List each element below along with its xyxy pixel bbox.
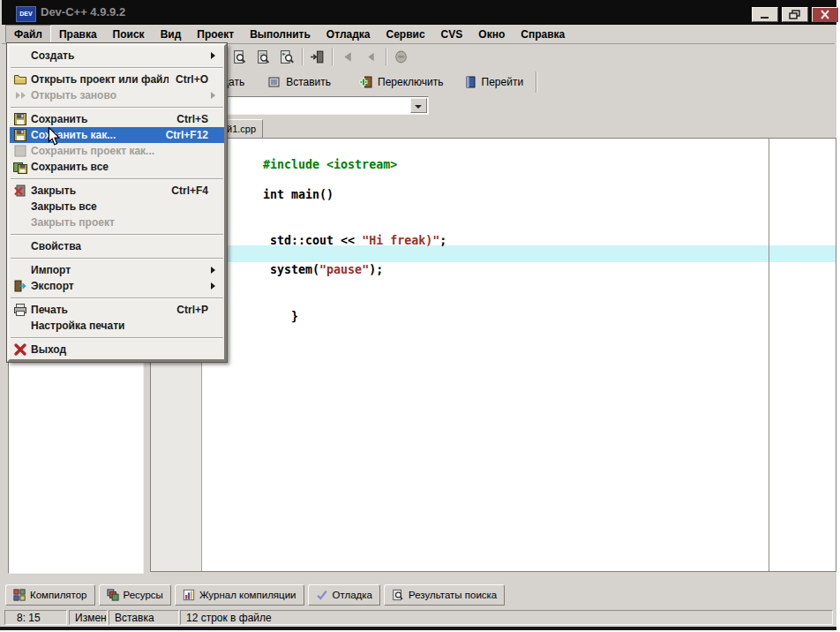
tab-compiler[interactable]: Компилятор	[5, 584, 95, 606]
tab-debug-label: Отладка	[333, 590, 372, 600]
menu-item-exit[interactable]: Выход	[10, 342, 224, 357]
forward-button[interactable]	[359, 47, 383, 67]
find-in-files-button[interactable]	[251, 47, 275, 67]
tab-debug[interactable]: Отладка	[308, 584, 380, 606]
toolbar-edge	[536, 71, 536, 93]
insert-bookmark-label: Вставить	[286, 76, 331, 88]
minimize-icon	[754, 9, 776, 20]
toggle-bookmark-button[interactable]: Переключить	[352, 72, 450, 92]
toolbar-separator	[386, 48, 386, 65]
replace-icon	[280, 49, 295, 64]
close-button[interactable]	[812, 7, 838, 22]
insert-bookmark-button[interactable]: Вставить	[260, 72, 338, 92]
compile-log-icon	[183, 589, 195, 601]
open-icon	[10, 72, 31, 87]
menu-cvs[interactable]: CVS	[433, 25, 471, 43]
forward-icon	[364, 49, 379, 64]
menu-item-close[interactable]: Закрыть Ctrl+F4	[10, 183, 224, 199]
menu-item-import[interactable]: Импорт	[10, 262, 224, 278]
tab-resources-label: Ресурсы	[124, 590, 163, 600]
menu-item-print-setup[interactable]: Настройка печати	[10, 318, 224, 334]
code-editor[interactable]: #include <iostream> int main() std::cout…	[150, 138, 836, 572]
find-icon	[232, 49, 247, 64]
menu-item-export[interactable]: Экспорт	[10, 278, 224, 294]
bookmark-toolbar: дать Вставить	[222, 71, 536, 94]
document-tab-label: й1.cpp	[227, 124, 256, 134]
save-as-icon	[10, 128, 31, 142]
menu-item-reopen[interactable]: Открыть заново	[10, 87, 224, 103]
class-browser-combobox[interactable]	[206, 96, 429, 115]
report-tabs: Компилятор Ресурсы	[5, 584, 505, 606]
back-icon	[340, 49, 355, 64]
close-icon	[814, 9, 836, 20]
menu-item-save-as[interactable]: Сохранить как... Ctrl+F12	[10, 127, 224, 143]
restore-button[interactable]	[782, 7, 808, 22]
tab-compile-log[interactable]: Журнал компиляции	[175, 584, 304, 606]
tab-compiler-label: Компилятор	[30, 590, 87, 600]
window-title: Dev-C++ 4.9.9.2	[41, 5, 125, 19]
menu-help[interactable]: Справка	[513, 25, 573, 43]
save-icon	[10, 112, 31, 126]
status-file-info: 12 строк в файле	[180, 610, 833, 625]
combobox-dropdown-button[interactable]	[410, 98, 427, 113]
menu-tools[interactable]: Сервис	[379, 25, 433, 43]
menu-separator	[10, 103, 224, 111]
titlebar[interactable]: DEV Dev-C++ 4.9.9.2	[2, 0, 836, 25]
tab-search-results[interactable]: Результаты поиска	[384, 584, 505, 606]
goto-bookmark-button[interactable]: Перейти	[456, 72, 531, 92]
menu-edit[interactable]: Правка	[51, 25, 105, 43]
menu-item-close-project[interactable]: Закрыть проект	[10, 214, 224, 230]
menu-separator	[10, 254, 224, 262]
menu-item-print[interactable]: Печать Ctrl+P	[10, 302, 224, 318]
abort-icon	[394, 49, 409, 64]
menu-item-properties[interactable]: Свойства	[10, 238, 224, 254]
menu-window[interactable]: Окно	[470, 25, 513, 43]
menu-item-close-all[interactable]: Закрыть все	[10, 199, 224, 214]
search-toolbar	[228, 46, 413, 67]
goto-bookmark-label: Перейти	[482, 76, 524, 88]
compiler-icon	[13, 589, 26, 601]
menu-project[interactable]: Проект	[189, 25, 242, 43]
menu-search[interactable]: Поиск	[105, 25, 153, 43]
menu-execute[interactable]: Выполнить	[242, 25, 319, 43]
toggle-icon	[359, 75, 373, 89]
menu-item-new[interactable]: Создать	[10, 48, 224, 64]
resources-icon	[107, 589, 119, 601]
menu-file[interactable]: Файл	[5, 25, 51, 43]
statusbar: 8: 15 Изменен Вставка 12 строк в файле	[0, 609, 836, 627]
close-file-icon	[10, 184, 31, 198]
combobox-input[interactable]	[209, 98, 410, 113]
find-button[interactable]	[228, 47, 251, 67]
menu-separator	[10, 294, 224, 302]
menu-item-open[interactable]: Открыть проект или файл... Ctrl+O	[10, 71, 224, 87]
app-icon: DEV	[16, 6, 36, 22]
replace-button[interactable]	[275, 47, 299, 67]
tab-resources[interactable]: Ресурсы	[99, 584, 171, 606]
code-line: system("pause");	[206, 247, 383, 292]
goto-line-button[interactable]	[305, 47, 329, 67]
chevron-down-icon	[415, 105, 422, 112]
menu-item-save-project-as[interactable]: Сохранить проект как...	[10, 143, 224, 159]
export-icon	[10, 279, 31, 293]
reopen-icon	[10, 88, 31, 102]
print-icon	[10, 303, 31, 317]
goto-line-icon	[310, 49, 325, 64]
menu-view[interactable]: Вид	[153, 25, 190, 43]
save-project-icon	[10, 144, 31, 158]
menu-item-save[interactable]: Сохранить Ctrl+S	[10, 111, 224, 127]
abort-button[interactable]	[389, 47, 413, 67]
save-all-icon	[10, 160, 31, 174]
toolbar-separator	[332, 48, 333, 65]
tab-compile-log-label: Журнал компиляции	[199, 590, 296, 600]
debug-check-icon	[316, 589, 328, 601]
back-button[interactable]	[335, 47, 359, 67]
submenu-arrow-icon	[211, 52, 219, 59]
find-in-files-icon	[256, 49, 271, 64]
file-menu-popup: Создать Открыть проект или файл... Ctrl+…	[7, 43, 227, 362]
menu-item-save-all[interactable]: Сохранить все	[10, 159, 224, 175]
menu-debug[interactable]: Отладка	[319, 25, 379, 43]
right-margin-line	[769, 139, 769, 571]
menu-separator	[10, 230, 224, 238]
window-bottom-edge	[0, 627, 836, 630]
minimize-button[interactable]	[752, 7, 778, 22]
